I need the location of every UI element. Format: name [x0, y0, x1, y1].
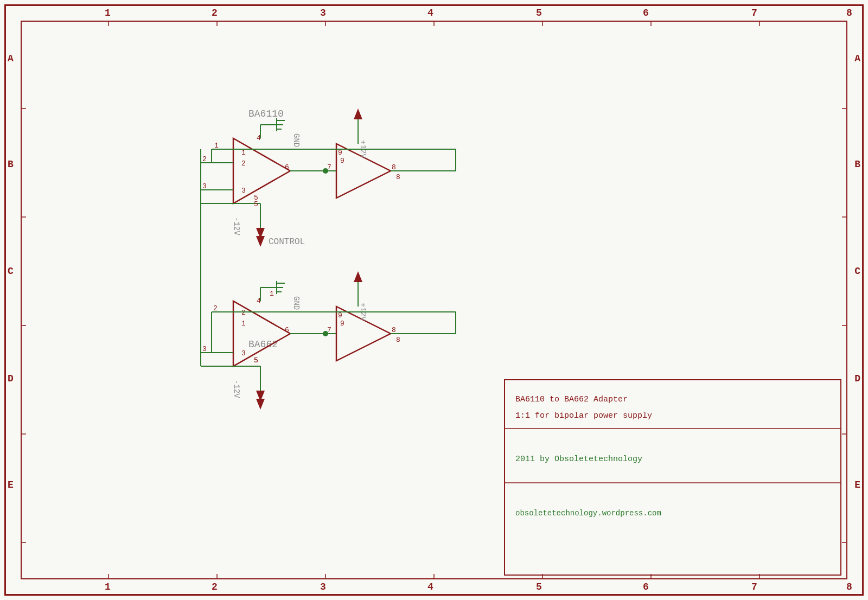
control-label: CONTROL — [269, 237, 305, 247]
svg-text:-12V: -12V — [232, 217, 241, 235]
website-text: obsoletetechnology.wordpress.com — [515, 509, 661, 518]
title-text-line1: BA6110 to BA662 Adapter — [515, 395, 628, 404]
svg-text:2: 2 — [241, 159, 246, 168]
bot-plus12v-arrow — [354, 271, 362, 282]
svg-text:1: 1 — [214, 142, 219, 150]
svg-text:4: 4 — [257, 134, 261, 142]
svg-text:3: 3 — [241, 349, 246, 358]
svg-text:GND: GND — [292, 296, 301, 310]
svg-text:2: 2 — [213, 304, 218, 312]
svg-text:9: 9 — [340, 320, 344, 328]
svg-text:GND: GND — [292, 133, 301, 147]
svg-text:2: 2 — [202, 155, 207, 163]
svg-text:6: 6 — [285, 326, 289, 334]
svg-text:9: 9 — [338, 149, 342, 157]
svg-text:4: 4 — [257, 297, 261, 305]
title-text-line2: 1:1 for bipolar power supply — [515, 411, 652, 420]
svg-text:9: 9 — [340, 157, 344, 165]
svg-text:8: 8 — [396, 336, 400, 344]
title-block-rect — [505, 380, 841, 575]
svg-text:8: 8 — [392, 326, 396, 334]
svg-text:2: 2 — [241, 309, 246, 317]
svg-text:3: 3 — [202, 345, 207, 353]
bot-minus12v-arrow2 — [256, 399, 265, 410]
ba6110-label: BA6110 — [248, 108, 284, 119]
svg-text:1: 1 — [270, 290, 274, 298]
svg-text:-12V: -12V — [232, 380, 241, 398]
ba662-label: BA662 — [248, 339, 278, 350]
svg-text:7: 7 — [327, 163, 331, 171]
svg-text:5: 5 — [254, 200, 258, 208]
schematic-svg: BA6110 1 2 3 1 2 3 5 4 GND 6 — [0, 0, 868, 600]
svg-text:5: 5 — [254, 356, 258, 365]
top-minus12v-arrow2 — [256, 236, 265, 247]
svg-text:3: 3 — [202, 182, 207, 190]
svg-text:1: 1 — [241, 320, 246, 328]
svg-text:8: 8 — [396, 173, 400, 181]
year-text: 2011 by Obsoletetechnology — [515, 455, 642, 464]
svg-text:6: 6 — [285, 163, 289, 171]
svg-text:9: 9 — [338, 311, 342, 320]
schematic-container: 1 2 3 4 5 6 7 8 1 2 3 4 5 6 7 8 A B C D … — [0, 0, 868, 600]
svg-text:3: 3 — [241, 187, 246, 195]
svg-text:1: 1 — [241, 149, 246, 157]
svg-text:7: 7 — [327, 326, 331, 334]
top-plus12v-arrow — [354, 108, 362, 119]
svg-text:8: 8 — [392, 163, 396, 171]
